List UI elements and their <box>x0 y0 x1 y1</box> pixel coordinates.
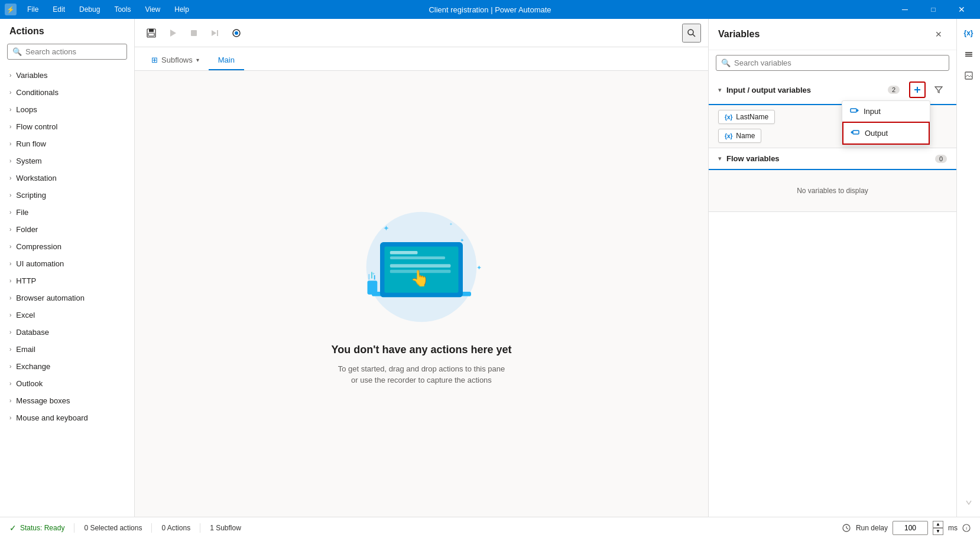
menu-help[interactable]: Help <box>168 3 195 16</box>
flow-section-chevron: ▾ <box>718 155 722 162</box>
flow-count-badge: 0 <box>935 155 947 163</box>
menu-view[interactable]: View <box>139 3 166 16</box>
action-item-mouse-keyboard[interactable]: › Mouse and keyboard <box>0 409 134 426</box>
right-sidebar: {x} <box>956 19 980 517</box>
variables-search-input[interactable] <box>734 58 944 67</box>
layers-button[interactable] <box>959 45 978 64</box>
stop-button[interactable] <box>184 24 203 43</box>
lastname-chip[interactable]: {x} LastName <box>718 110 775 124</box>
svg-rect-38 <box>965 72 972 79</box>
action-item-system[interactable]: › System <box>0 152 134 169</box>
io-section-chevron: ▾ <box>718 86 722 94</box>
chevron-icon: › <box>9 380 11 387</box>
toolbar <box>135 19 708 47</box>
action-item-exchange[interactable]: › Exchange <box>0 358 134 375</box>
variables-search-box[interactable]: 🔍 <box>716 55 949 71</box>
minimize-button[interactable]: ─ <box>891 0 919 19</box>
dropdown-input-option[interactable]: Input <box>842 101 930 122</box>
action-item-message-boxes[interactable]: › Message boxes <box>0 392 134 409</box>
action-item-compression[interactable]: › Compression <box>0 238 134 255</box>
svg-rect-36 <box>965 54 972 55</box>
action-item-loops[interactable]: › Loops <box>0 101 134 118</box>
chevron-icon: › <box>9 192 11 198</box>
step-button[interactable] <box>206 24 225 43</box>
add-io-variable-button[interactable] <box>909 81 926 98</box>
toolbar-search-button[interactable] <box>682 24 701 43</box>
filter-button[interactable] <box>930 81 947 98</box>
tab-subflows[interactable]: ⊞ Subflows ▾ <box>142 51 209 70</box>
menu-debug[interactable]: Debug <box>73 3 106 16</box>
run-button[interactable] <box>163 24 182 43</box>
dropdown-output-option[interactable]: Output <box>842 122 930 145</box>
subflows-icon: ⊞ <box>151 56 158 64</box>
status-ready: ✓ Status: Ready <box>9 523 64 533</box>
tab-main-label: Main <box>218 56 235 64</box>
action-item-conditionals[interactable]: › Conditionals <box>0 84 134 101</box>
chevron-icon: › <box>9 158 11 164</box>
save-button[interactable] <box>142 24 161 43</box>
menu-edit[interactable]: Edit <box>47 3 71 16</box>
run-delay-input[interactable] <box>893 521 928 535</box>
svg-text:✦: ✦ <box>449 221 453 227</box>
tab-subflows-label: Subflows <box>161 56 193 64</box>
empty-state-illustration: ✦ ✦ ✦ ✦ ✦ 👆 <box>339 202 504 332</box>
variables-title: Variables <box>718 29 930 40</box>
center-panel: ⊞ Subflows ▾ Main ✦ ✦ ✦ ✦ ✦ <box>135 19 708 517</box>
actions-title: Actions <box>0 19 134 41</box>
action-item-outlook[interactable]: › Outlook <box>0 375 134 392</box>
svg-text:✦: ✦ <box>383 224 390 233</box>
maximize-button[interactable]: □ <box>920 0 947 19</box>
action-item-http[interactable]: › HTTP <box>0 272 134 289</box>
variables-search-icon: 🔍 <box>721 58 731 67</box>
action-item-browser-automation[interactable]: › Browser automation <box>0 289 134 307</box>
svg-point-9 <box>688 30 693 35</box>
variables-close-button[interactable]: ✕ <box>930 26 947 43</box>
chevron-icon: › <box>9 329 11 335</box>
zoom-button[interactable] <box>959 493 978 512</box>
svg-rect-6 <box>217 30 218 36</box>
window-controls: ─ □ ✕ <box>891 0 975 19</box>
search-actions-input[interactable] <box>25 47 125 56</box>
name-chip[interactable]: {x} Name <box>718 129 761 143</box>
output-icon <box>851 128 860 139</box>
menu-tools[interactable]: Tools <box>108 3 137 16</box>
action-item-folder[interactable]: › Folder <box>0 221 134 238</box>
titlebar-menu: File Edit Debug Tools View Help <box>21 3 195 16</box>
chevron-icon: › <box>9 363 11 370</box>
action-item-scripting[interactable]: › Scripting <box>0 187 134 204</box>
svg-rect-21 <box>390 256 445 259</box>
record-button[interactable] <box>227 24 246 43</box>
tab-main[interactable]: Main <box>209 51 244 70</box>
action-item-flow-control[interactable]: › Flow control <box>0 118 134 135</box>
flow-section-header[interactable]: ▾ Flow variables 0 <box>709 148 956 169</box>
action-item-workstation[interactable]: › Workstation <box>0 169 134 187</box>
run-delay-unit: ms <box>948 524 958 532</box>
chevron-icon: › <box>9 123 11 130</box>
chevron-icon: › <box>9 226 11 233</box>
action-item-file[interactable]: › File <box>0 204 134 221</box>
variables-toggle-button[interactable]: {x} <box>959 24 978 43</box>
empty-state-desc1: To get started, drag and drop actions to… <box>338 363 505 386</box>
output-label: Output <box>865 129 888 138</box>
run-delay-decrement[interactable]: ▼ <box>933 528 943 535</box>
chevron-icon: › <box>9 106 11 113</box>
info-icon: i <box>962 524 971 532</box>
subflows-dropdown-icon[interactable]: ▾ <box>196 57 199 63</box>
action-item-email[interactable]: › Email <box>0 341 134 358</box>
name-label: Name <box>736 132 755 140</box>
chevron-icon: › <box>9 312 11 318</box>
action-item-database[interactable]: › Database <box>0 324 134 341</box>
image-button[interactable] <box>959 66 978 85</box>
action-item-excel[interactable]: › Excel <box>0 307 134 324</box>
status-label: Status: Ready <box>20 524 64 532</box>
run-delay-increment[interactable]: ▲ <box>933 521 943 528</box>
search-actions-box[interactable]: 🔍 <box>7 44 127 60</box>
menu-file[interactable]: File <box>21 3 44 16</box>
action-item-run-flow[interactable]: › Run flow <box>0 135 134 152</box>
io-section-header[interactable]: ▾ Input / output variables 2 Input <box>709 76 956 104</box>
action-item-variables[interactable]: › Variables <box>0 67 134 84</box>
svg-text:✦: ✦ <box>476 263 482 270</box>
empty-state: ✦ ✦ ✦ ✦ ✦ 👆 <box>331 202 511 386</box>
close-button[interactable]: ✕ <box>948 0 975 19</box>
action-item-ui-automation[interactable]: › UI automation <box>0 255 134 272</box>
